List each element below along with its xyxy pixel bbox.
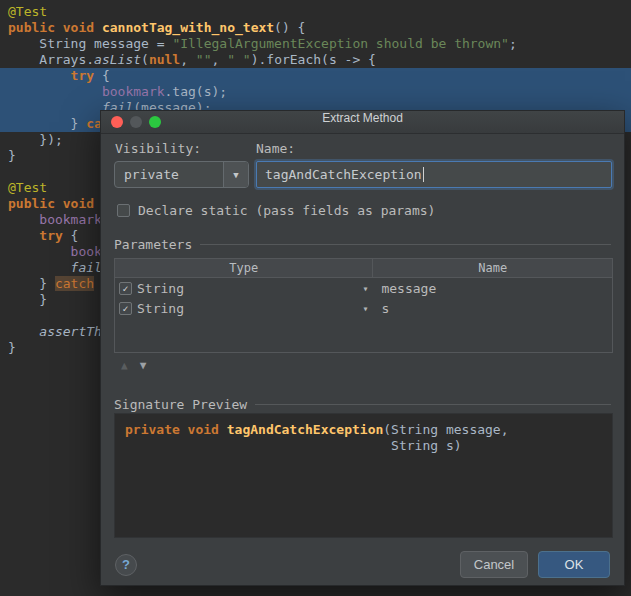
signature-preview-label: Signature Preview <box>114 397 247 412</box>
visibility-value: private <box>115 167 223 182</box>
code-line: @Test <box>8 4 631 20</box>
reorder-controls: ▲ ▼ <box>121 359 146 372</box>
table-row[interactable]: ✓String▾s <box>115 298 612 318</box>
dialog-titlebar[interactable]: Extract Method <box>101 111 624 134</box>
parameters-label: Parameters <box>114 237 192 252</box>
code-line: public void cannotTag_with_no_text() { <box>8 20 631 36</box>
chevron-down-icon[interactable]: ▾ <box>362 283 368 294</box>
method-name-input[interactable]: tagAndCatchException <box>256 161 612 188</box>
move-down-icon[interactable]: ▼ <box>140 359 147 372</box>
method-name-value: tagAndCatchException <box>265 167 422 182</box>
separator-rule <box>255 404 611 405</box>
visibility-dropdown[interactable]: private ▼ <box>114 161 249 188</box>
table-row[interactable]: ✓String▾message <box>115 278 612 298</box>
signature-preview-box: private void tagAndCatchException(String… <box>114 413 613 538</box>
parameters-table-header: Type Name <box>115 259 612 278</box>
ok-button[interactable]: OK <box>538 551 610 578</box>
param-checkbox[interactable]: ✓ <box>119 302 132 315</box>
code-line: bookmark.tag(s); <box>8 84 631 100</box>
name-column-header[interactable]: Name <box>373 259 612 277</box>
param-checkbox[interactable]: ✓ <box>119 282 132 295</box>
declare-static-checkbox[interactable] <box>117 204 130 217</box>
code-line: try { <box>8 68 631 84</box>
chevron-down-icon[interactable]: ▼ <box>223 162 248 187</box>
name-label: Name: <box>256 141 295 156</box>
code-line: String message = "IllegalArgumentExcepti… <box>8 36 631 52</box>
text-caret <box>423 167 424 182</box>
params-table-rows: ✓String▾message✓String▾s <box>115 278 612 318</box>
separator-rule <box>200 244 611 245</box>
code-line: Arrays.asList(null, "", " ").forEach(s -… <box>8 52 631 68</box>
code-line: private void tagAndCatchException(String… <box>125 422 602 438</box>
code-line: String s) <box>125 438 602 454</box>
parameters-separator: Parameters <box>114 237 611 252</box>
param-name: s <box>373 298 612 318</box>
visibility-label: Visibility: <box>115 141 201 156</box>
declare-static-label: Declare static (pass fields as params) <box>138 203 435 218</box>
move-up-icon[interactable]: ▲ <box>121 359 128 372</box>
param-type: String <box>137 301 184 316</box>
declare-static-row[interactable]: Declare static (pass fields as params) <box>117 203 435 218</box>
param-type: String <box>137 281 184 296</box>
param-name: message <box>373 278 612 298</box>
dialog-title: Extract Method <box>101 111 624 133</box>
chevron-down-icon[interactable]: ▾ <box>362 303 368 314</box>
type-column-header[interactable]: Type <box>115 259 373 277</box>
parameters-table: Type Name ✓String▾message✓String▾s <box>114 258 613 353</box>
cancel-button[interactable]: Cancel <box>460 551 528 578</box>
signature-separator: Signature Preview <box>114 397 611 412</box>
extract-method-dialog: Extract Method Visibility: Name: private… <box>100 110 625 586</box>
help-button[interactable]: ? <box>115 554 137 576</box>
dialog-buttons: ? Cancel OK <box>115 551 610 578</box>
